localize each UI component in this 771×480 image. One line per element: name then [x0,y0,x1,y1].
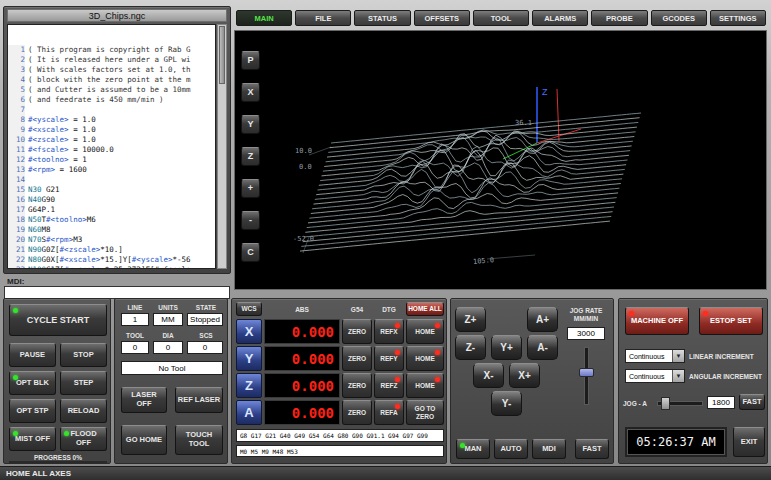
gcode-line: 10#<zscale> = 1.0 [8,135,215,145]
estop-led [703,311,708,316]
tab-status[interactable]: STATUS [354,10,410,26]
zero-a-button[interactable]: ZERO [342,400,372,425]
gcode-line: 23N100G1Z[#<zscale>*-25.372]F[#<fscale [8,265,215,269]
jog-a-fast-button[interactable]: FAST [739,394,765,410]
jog-fast-button[interactable]: FAST [575,439,609,459]
zero-y-button[interactable]: ZERO [342,346,372,371]
tab-tool[interactable]: TOOL [473,10,529,26]
angular-increment-select[interactable]: Continuous ▼ [625,369,685,383]
manual-mode-led [460,443,465,448]
jog-rate-label: JOG RATE [559,307,613,314]
line-value: 1 [121,313,149,326]
optional-block-button[interactable]: OPT BLK [9,371,56,395]
jog-rate-slider-thumb[interactable] [579,368,594,377]
zoom-in-button[interactable]: + [241,179,260,198]
ref-y-button[interactable]: REFY [374,346,404,371]
clock-display: 05:26:37 AM [625,427,727,457]
flood-button[interactable]: FLOOD OFF [60,427,107,451]
step-button[interactable]: STEP [60,371,107,395]
z-axis-label: Z [542,87,548,97]
gcode-line: 6( and feedrate is 450 mm/min ) [8,95,215,105]
tab-probe[interactable]: PROBE [591,10,647,26]
mist-label: MIST OFF [15,435,50,444]
ref-z-button[interactable]: REFZ [374,373,404,398]
gcode-viewer-panel: 3D_Chips.ngc 1( This program is copyrigh… [3,6,231,274]
tab-settings[interactable]: SETTINGS [710,10,766,26]
ref-x-button[interactable]: REFX [374,319,404,344]
tab-offsets[interactable]: OFFSETS [414,10,470,26]
estop-button[interactable]: ESTOP SET [699,307,763,335]
exit-button[interactable]: EXIT [733,427,765,457]
auto-mode-button[interactable]: AUTO [494,439,528,459]
gcode-line: 17G64P.1 [8,205,215,215]
angular-increment-label: ANGULAR INCREMENT [689,373,767,380]
tab-alarms[interactable]: ALARMS [532,10,588,26]
scs-value: 0 [187,341,223,354]
jog-a-minus-button[interactable]: A- [527,335,558,360]
home-z-button[interactable]: HOME [406,373,444,398]
touch-tool-button[interactable]: TOUCH TOOL [175,425,223,455]
manual-mode-button[interactable]: MAN [456,439,490,459]
optional-stop-button[interactable]: OPT STP [9,399,56,423]
home-y-button[interactable]: HOME [406,346,444,371]
state-label: STATE [187,304,225,311]
toolpath-preview[interactable]: Z 36.1 10.0 0.0 -52.0 105.0 P X Y Z + - … [234,30,767,290]
gcode-line: 4( block with the zero point at the m [8,75,215,85]
view-y-button[interactable]: Y [241,115,260,134]
jog-a-value[interactable]: 1800 [707,396,735,409]
ref-z-label: REFZ [381,382,398,389]
go-to-zero-button[interactable]: GO TO ZERO [406,400,444,425]
laser-off-button[interactable]: LASER OFF [121,387,167,413]
wcs-button[interactable]: WCS [236,302,262,316]
go-home-button[interactable]: GO HOME [121,425,167,455]
tab-main[interactable]: MAIN [236,10,292,26]
zoom-out-button[interactable]: - [241,211,260,230]
reload-button[interactable]: RELOAD [60,399,107,423]
jog-z-plus-button[interactable]: Z+ [455,307,486,332]
linear-increment-select[interactable]: Continuous ▼ [625,349,685,363]
jog-a-slider-thumb[interactable] [661,397,670,410]
mdi-label: MDI: [7,277,24,286]
jog-x-minus-button[interactable]: X- [473,363,504,388]
zero-z-button[interactable]: ZERO [342,373,372,398]
stop-button[interactable]: STOP [60,343,107,367]
view-perspective-button[interactable]: P [241,51,260,70]
jog-a-plus-button[interactable]: A+ [527,307,558,332]
view-x-button[interactable]: X [241,83,260,102]
ref-x-led [395,323,400,328]
ref-laser-button[interactable]: REF LASER [175,387,223,413]
tab-file[interactable]: FILE [295,10,351,26]
units-value: MM [153,313,183,326]
home-z-led [435,377,440,382]
cycle-start-button[interactable]: CYCLE START [9,304,107,336]
jog-z-minus-button[interactable]: Z- [455,335,486,360]
home-x-button[interactable]: HOME [406,319,444,344]
jog-y-minus-button[interactable]: Y- [491,391,522,416]
mist-button[interactable]: MIST OFF [9,427,56,451]
jog-y-plus-button[interactable]: Y+ [491,335,522,360]
tab-gcodes[interactable]: GCODES [651,10,707,26]
view-z-button[interactable]: Z [241,147,260,166]
mdi-mode-button[interactable]: MDI [532,439,566,459]
cycle-start-led [13,308,18,313]
jog-a-slider[interactable] [657,401,703,406]
dia-label: DIA [153,332,183,339]
machine-off-button[interactable]: MACHINE OFF [625,307,689,335]
machine-status-panel: LINE UNITS STATE 1 MM Stopped TOOL DIA S… [114,298,228,464]
jog-rate-value[interactable]: 3000 [567,327,605,340]
gcode-line: 3( With scales factors set at 1.0, th [8,65,215,75]
pause-button[interactable]: PAUSE [9,343,56,367]
jog-rate-slider[interactable] [584,347,589,405]
gcode-scrollbar[interactable] [217,24,227,269]
ref-a-button[interactable]: REFA [374,400,404,425]
zero-x-button[interactable]: ZERO [342,319,372,344]
home-x-led [435,323,440,328]
ref-y-label: REFY [380,355,397,362]
gcode-scrollbar-thumb[interactable] [219,26,225,84]
clear-view-button[interactable]: C [241,243,260,262]
home-all-button[interactable]: HOME ALL [406,302,444,316]
line-label: LINE [121,304,149,311]
gcode-text-area[interactable]: 1( This program is copyright of Rab G2( … [7,24,216,269]
jog-x-plus-button[interactable]: X+ [509,363,540,388]
state-value: Stopped [187,313,223,326]
